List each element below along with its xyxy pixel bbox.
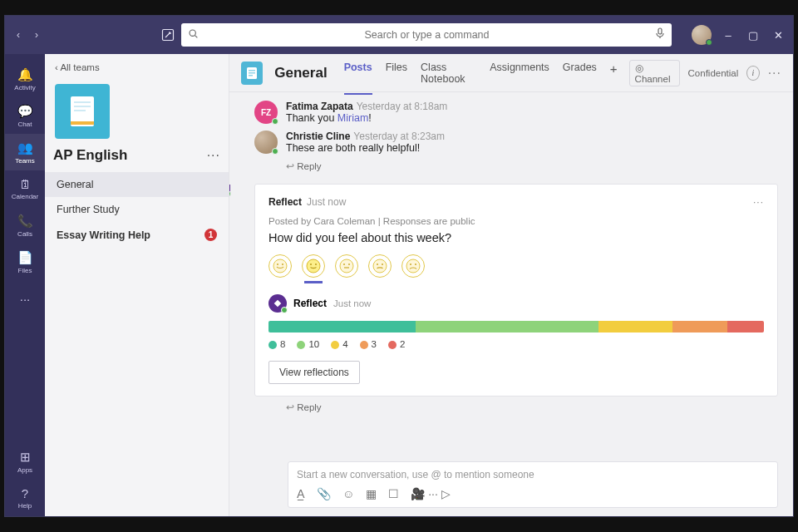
rail-apps[interactable]: ⊞Apps: [5, 443, 45, 480]
calendar-icon: 🗓: [19, 177, 32, 191]
info-button[interactable]: i: [746, 66, 759, 81]
unread-badge: 1: [204, 229, 217, 241]
channel-list: General Further Study Essay Writing Help…: [45, 172, 229, 248]
avatar-fatima[interactable]: FZ: [254, 101, 278, 124]
emoji-happy[interactable]: [302, 254, 325, 278]
help-icon: ?: [22, 486, 28, 500]
svg-point-28: [406, 259, 420, 273]
channel-more-button[interactable]: ···: [768, 66, 781, 81]
timestamp: Just now: [333, 298, 371, 308]
tab-grades[interactable]: Grades: [563, 52, 597, 95]
rail-help[interactable]: ?Help: [5, 480, 45, 516]
ellipsis-icon: ···: [20, 292, 31, 306]
author-name: Reflect: [293, 298, 327, 309]
channel-general[interactable]: General: [45, 172, 229, 197]
channel-scope-pill[interactable]: ◎ Channel: [629, 60, 680, 86]
svg-point-15: [273, 259, 287, 273]
tab-posts[interactable]: Posts: [344, 52, 372, 95]
channel-avatar-icon: [241, 62, 263, 85]
message-body: These are both really helpful!: [286, 142, 445, 154]
response-distribution-bar: [268, 321, 764, 332]
svg-rect-6: [74, 106, 91, 107]
confidential-label: Confidential: [688, 68, 739, 78]
phone-icon: 📞: [17, 214, 33, 229]
teams-icon: 👥: [17, 140, 33, 155]
emoji-very-sad[interactable]: [401, 254, 425, 278]
svg-marker-31: [274, 300, 282, 308]
presence-available-icon: [272, 118, 278, 125]
tab-files[interactable]: Files: [386, 52, 407, 95]
me-avatar[interactable]: [692, 25, 712, 45]
avatar-christie[interactable]: [254, 131, 278, 154]
message-body: Thank you Miriam!: [286, 112, 447, 124]
search-input[interactable]: [205, 29, 648, 41]
author-name: Fatima Zapata: [286, 101, 353, 112]
mic-icon[interactable]: [655, 27, 665, 42]
channel-essay-writing-help[interactable]: Essay Writing Help 1: [45, 222, 229, 248]
legend-item: 10: [297, 339, 319, 349]
chat-icon: 💬: [17, 104, 33, 119]
rail-calls[interactable]: 📞Calls: [5, 207, 45, 244]
message: Christie ClineYesterday at 8:23am These …: [288, 131, 778, 154]
emoji-very-happy[interactable]: [268, 254, 292, 278]
svg-point-16: [277, 264, 278, 265]
legend-item: 2: [388, 339, 405, 349]
view-reflections-button[interactable]: View reflections: [268, 361, 360, 384]
gif-icon[interactable]: ▦: [366, 487, 377, 500]
rail-teams[interactable]: 👥Teams: [5, 134, 45, 170]
channel-tabs: Posts Files Class Notebook Assignments G…: [344, 52, 618, 95]
rail-more[interactable]: ···: [5, 280, 45, 317]
window-maximize-button[interactable]: ▢: [745, 29, 761, 42]
bar-segment: [268, 321, 416, 332]
card-subtitle: Posted by Cara Coleman | Responses are p…: [268, 216, 764, 226]
window-close-button[interactable]: ✕: [770, 29, 786, 42]
reflect-app-avatar[interactable]: [229, 185, 230, 196]
reply-button[interactable]: Reply: [286, 401, 778, 413]
rail-activity[interactable]: 🔔Activity: [5, 61, 45, 97]
search-icon: [188, 27, 199, 42]
team-more-button[interactable]: ···: [207, 148, 220, 163]
author-name: Christie Cline: [286, 131, 350, 142]
presence-available-icon: [281, 307, 288, 313]
legend-item: 4: [331, 339, 347, 349]
back-to-all-teams[interactable]: ‹ All teams: [45, 59, 229, 81]
channel-header: General Posts Files Class Notebook Assig…: [229, 54, 793, 92]
svg-rect-12: [249, 75, 253, 76]
emoji-icon[interactable]: ☺: [342, 487, 354, 500]
team-avatar[interactable]: [55, 84, 110, 139]
channel-further-study[interactable]: Further Study: [45, 197, 229, 222]
messages-scroll[interactable]: FZ Fatima ZapataYesterday at 8:18am Than…: [229, 92, 793, 456]
rail-files[interactable]: 📄Files: [5, 244, 45, 280]
format-icon[interactable]: A̲: [297, 487, 305, 500]
tab-assignments[interactable]: Assignments: [490, 52, 549, 95]
svg-rect-7: [74, 110, 86, 111]
rail-calendar[interactable]: 🗓Calendar: [5, 170, 45, 207]
mention[interactable]: Miriam: [337, 112, 369, 124]
emoji-neutral[interactable]: [335, 254, 358, 278]
bar-segment: [416, 321, 599, 332]
apps-icon: ⊞: [20, 450, 31, 465]
rail-chat[interactable]: 💬Chat: [5, 97, 45, 134]
search-bar[interactable]: [181, 23, 672, 47]
message-composer[interactable]: Start a new conversation, use @ to menti…: [288, 461, 778, 508]
reply-button[interactable]: Reply: [286, 160, 778, 172]
svg-line-2: [195, 36, 198, 38]
nav-forward-button[interactable]: ›: [28, 27, 45, 43]
attach-icon[interactable]: 📎: [317, 487, 331, 500]
send-button[interactable]: ▷: [441, 487, 451, 500]
emoji-sad[interactable]: [368, 254, 392, 278]
card-more-button[interactable]: ···: [753, 196, 764, 208]
svg-point-27: [382, 264, 383, 265]
author-name: Reflect: [268, 196, 302, 208]
sticker-icon[interactable]: ☐: [388, 487, 399, 500]
nav-back-button[interactable]: ‹: [10, 27, 27, 43]
composer-more-icon[interactable]: ···: [428, 487, 438, 500]
svg-point-23: [348, 264, 350, 265]
new-message-button[interactable]: [161, 28, 175, 42]
meet-now-icon[interactable]: 🎥 ··· ▷: [411, 487, 450, 500]
tab-class-notebook[interactable]: Class Notebook: [421, 52, 476, 95]
add-tab-button[interactable]: +: [610, 52, 618, 95]
reflect-app-avatar-small[interactable]: [268, 294, 287, 313]
window-minimize-button[interactable]: –: [720, 29, 736, 42]
svg-point-21: [340, 259, 353, 273]
